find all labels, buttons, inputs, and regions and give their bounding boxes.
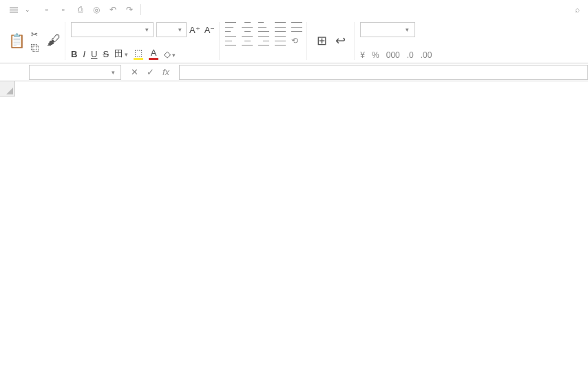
- select-all-corner[interactable]: [0, 81, 15, 96]
- cut-button[interactable]: ✂: [30, 28, 43, 41]
- formula-bar: ▾ ✕ ✓ fx: [0, 63, 588, 81]
- font-color-button[interactable]: A: [149, 48, 158, 60]
- align-mid-icon[interactable]: [242, 22, 253, 32]
- align-right-icon[interactable]: [258, 36, 269, 45]
- align-bot-icon[interactable]: [258, 22, 269, 32]
- bold-button[interactable]: B: [71, 49, 77, 59]
- strike-button[interactable]: S: [103, 49, 109, 59]
- italic-button[interactable]: I: [83, 49, 85, 59]
- save-icon[interactable]: ▫: [41, 5, 52, 14]
- hamburger-icon: [10, 6, 18, 14]
- wrap-icon: ↩: [335, 33, 346, 48]
- copy-icon: ⿻: [31, 43, 39, 53]
- indent-inc-icon[interactable]: [291, 22, 302, 32]
- copy-button[interactable]: ⿻: [30, 42, 43, 54]
- paste-button[interactable]: 📋: [8, 22, 25, 60]
- dec-dec-icon[interactable]: .00: [421, 50, 432, 60]
- clipboard-icon: 📋: [8, 32, 25, 49]
- justify-icon[interactable]: [275, 36, 286, 45]
- font-group: ▾ ▾ A⁺ A⁻ B I U S 田▾ ⬚ A ◇▾: [67, 22, 220, 60]
- quick-access: ▫ ▫ ⎙ ◎ ↶ ↷: [41, 5, 135, 14]
- align-left-icon[interactable]: [225, 36, 236, 45]
- effects-button[interactable]: ◇▾: [164, 49, 176, 59]
- align-group: ⟲: [221, 22, 307, 60]
- format-painter[interactable]: 🖌: [47, 22, 61, 60]
- menu-bar: ⌄ ▫ ▫ ⎙ ◎ ↶ ↷ ⌕: [0, 0, 588, 19]
- brush-icon: 🖌: [47, 32, 61, 48]
- save-as-icon[interactable]: ▫: [58, 5, 69, 14]
- clipboard-group: 📋 ✂ ⿻ 🖌: [4, 22, 65, 60]
- file-menu[interactable]: ⌄: [6, 6, 34, 14]
- print-icon[interactable]: ⎙: [74, 5, 85, 14]
- confirm-icon[interactable]: ✓: [147, 67, 154, 77]
- redo-icon[interactable]: ↷: [124, 5, 135, 14]
- cancel-icon[interactable]: ✕: [131, 67, 138, 77]
- decrease-font-icon[interactable]: A⁻: [204, 25, 216, 35]
- wrap-button[interactable]: ↩: [331, 22, 350, 60]
- fx-icon[interactable]: fx: [162, 67, 169, 77]
- percent-icon[interactable]: %: [372, 50, 379, 60]
- ribbon: 📋 ✂ ⿻ 🖌 ▾ ▾ A⁺ A⁻ B I U S 田▾ ⬚ A: [0, 19, 588, 63]
- number-group: ▾ ¥ % 000 .0 .00: [356, 22, 436, 60]
- indent-dec-icon[interactable]: [275, 22, 286, 32]
- comma-icon[interactable]: 000: [386, 50, 400, 60]
- merge-button[interactable]: ⊞: [313, 22, 331, 60]
- search-box[interactable]: ⌕: [575, 5, 582, 14]
- fill-color-button[interactable]: ⬚: [134, 48, 143, 60]
- preview-icon[interactable]: ◎: [91, 5, 102, 14]
- align-center-icon[interactable]: [242, 36, 253, 45]
- border-button[interactable]: 田▾: [114, 48, 128, 60]
- font-name-select[interactable]: ▾: [71, 22, 154, 37]
- currency-icon[interactable]: ¥: [360, 50, 365, 60]
- underline-button[interactable]: U: [91, 49, 97, 59]
- search-icon: ⌕: [575, 5, 580, 14]
- increase-font-icon[interactable]: A⁺: [189, 25, 200, 35]
- inc-dec-icon[interactable]: .0: [407, 50, 414, 60]
- formula-input[interactable]: [179, 65, 588, 80]
- separator: [140, 4, 141, 15]
- merge-icon: ⊞: [317, 33, 327, 48]
- number-format-select[interactable]: ▾: [360, 22, 415, 37]
- orientation-icon[interactable]: ⟲: [291, 36, 298, 45]
- worksheet[interactable]: [0, 81, 588, 385]
- name-box[interactable]: ▾: [29, 65, 121, 80]
- merge-group: ⊞ ↩: [308, 22, 355, 60]
- scissors-icon: ✂: [31, 30, 38, 39]
- align-top-icon[interactable]: [225, 22, 236, 32]
- chevron-down-icon: ⌄: [25, 6, 30, 13]
- undo-icon[interactable]: ↶: [107, 5, 118, 14]
- font-size-select[interactable]: ▾: [156, 22, 187, 37]
